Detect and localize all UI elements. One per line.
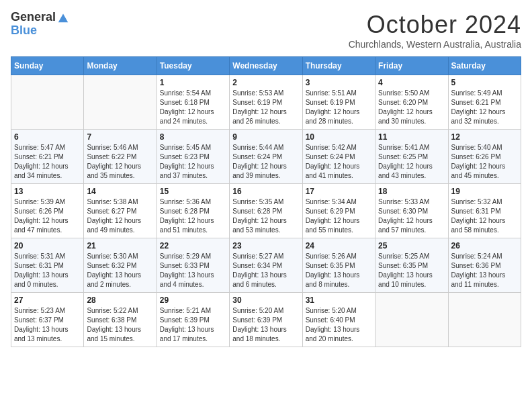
week-row-1: 1Sunrise: 5:54 AM Sunset: 6:18 PM Daylig… bbox=[11, 75, 521, 130]
day-number: 8 bbox=[160, 132, 226, 142]
logo-triangle-icon bbox=[57, 11, 69, 24]
day-detail: Sunrise: 5:53 AM Sunset: 6:19 PM Dayligh… bbox=[232, 89, 299, 126]
day-number: 24 bbox=[306, 241, 372, 250]
day-cell: 18Sunrise: 5:33 AM Sunset: 6:30 PM Dayli… bbox=[375, 184, 448, 238]
day-detail: Sunrise: 5:23 AM Sunset: 6:37 PM Dayligh… bbox=[14, 306, 81, 344]
day-detail: Sunrise: 5:42 AM Sunset: 6:24 PM Dayligh… bbox=[306, 143, 372, 181]
day-cell: 27Sunrise: 5:23 AM Sunset: 6:37 PM Dayli… bbox=[11, 293, 84, 347]
day-detail: Sunrise: 5:46 AM Sunset: 6:22 PM Dayligh… bbox=[87, 143, 153, 181]
day-detail: Sunrise: 5:29 AM Sunset: 6:33 PM Dayligh… bbox=[160, 252, 226, 289]
day-number: 9 bbox=[232, 132, 299, 142]
month-title: October 2024 bbox=[349, 11, 521, 39]
header-day-sunday: Sunday bbox=[11, 57, 84, 75]
day-number: 21 bbox=[87, 241, 153, 250]
day-detail: Sunrise: 5:54 AM Sunset: 6:18 PM Dayligh… bbox=[160, 89, 226, 126]
day-detail: Sunrise: 5:50 AM Sunset: 6:20 PM Dayligh… bbox=[378, 89, 445, 126]
header-row: SundayMondayTuesdayWednesdayThursdayFrid… bbox=[11, 57, 521, 75]
day-number: 20 bbox=[14, 241, 81, 250]
day-cell: 21Sunrise: 5:30 AM Sunset: 6:32 PM Dayli… bbox=[84, 238, 157, 293]
day-detail: Sunrise: 5:24 AM Sunset: 6:36 PM Dayligh… bbox=[451, 252, 518, 289]
day-number: 3 bbox=[306, 78, 372, 87]
day-number: 7 bbox=[87, 132, 153, 142]
day-cell: 9Sunrise: 5:44 AM Sunset: 6:24 PM Daylig… bbox=[230, 130, 302, 184]
day-number: 14 bbox=[87, 187, 153, 196]
day-cell: 6Sunrise: 5:47 AM Sunset: 6:21 PM Daylig… bbox=[11, 130, 84, 184]
day-detail: Sunrise: 5:38 AM Sunset: 6:27 PM Dayligh… bbox=[87, 197, 153, 235]
day-detail: Sunrise: 5:27 AM Sunset: 6:34 PM Dayligh… bbox=[232, 252, 299, 289]
day-cell: 12Sunrise: 5:40 AM Sunset: 6:26 PM Dayli… bbox=[448, 130, 521, 184]
day-detail: Sunrise: 5:49 AM Sunset: 6:21 PM Dayligh… bbox=[451, 89, 518, 126]
day-detail: Sunrise: 5:21 AM Sunset: 6:39 PM Dayligh… bbox=[160, 306, 226, 344]
day-cell: 8Sunrise: 5:45 AM Sunset: 6:23 PM Daylig… bbox=[157, 130, 229, 184]
day-cell bbox=[84, 75, 157, 130]
day-detail: Sunrise: 5:26 AM Sunset: 6:35 PM Dayligh… bbox=[306, 252, 372, 289]
week-row-4: 20Sunrise: 5:31 AM Sunset: 6:31 PM Dayli… bbox=[11, 238, 521, 293]
day-cell: 22Sunrise: 5:29 AM Sunset: 6:33 PM Dayli… bbox=[157, 238, 229, 293]
header-day-tuesday: Tuesday bbox=[157, 57, 229, 75]
day-number: 18 bbox=[378, 187, 445, 196]
day-number: 1 bbox=[160, 78, 226, 87]
day-detail: Sunrise: 5:34 AM Sunset: 6:29 PM Dayligh… bbox=[306, 197, 372, 235]
day-detail: Sunrise: 5:20 AM Sunset: 6:39 PM Dayligh… bbox=[232, 306, 299, 344]
day-number: 25 bbox=[378, 241, 445, 250]
header: General Blue October 2024 Churchlands, W… bbox=[11, 11, 521, 50]
day-number: 4 bbox=[378, 78, 445, 87]
day-number: 16 bbox=[232, 187, 299, 196]
day-cell: 23Sunrise: 5:27 AM Sunset: 6:34 PM Dayli… bbox=[230, 238, 302, 293]
day-number: 28 bbox=[87, 295, 153, 305]
day-number: 2 bbox=[232, 78, 299, 87]
day-cell: 31Sunrise: 5:20 AM Sunset: 6:40 PM Dayli… bbox=[302, 293, 375, 347]
day-number: 23 bbox=[232, 241, 299, 250]
day-detail: Sunrise: 5:35 AM Sunset: 6:28 PM Dayligh… bbox=[232, 197, 299, 235]
calendar-header: SundayMondayTuesdayWednesdayThursdayFrid… bbox=[11, 57, 521, 75]
day-number: 17 bbox=[306, 187, 372, 196]
day-cell: 28Sunrise: 5:22 AM Sunset: 6:38 PM Dayli… bbox=[84, 293, 157, 347]
day-cell bbox=[11, 75, 84, 130]
day-number: 30 bbox=[232, 295, 299, 305]
day-detail: Sunrise: 5:47 AM Sunset: 6:21 PM Dayligh… bbox=[14, 143, 81, 181]
day-number: 13 bbox=[14, 187, 81, 196]
day-detail: Sunrise: 5:30 AM Sunset: 6:32 PM Dayligh… bbox=[87, 252, 153, 289]
logo-general-text: General bbox=[11, 11, 56, 24]
svg-marker-0 bbox=[58, 13, 68, 22]
day-cell: 13Sunrise: 5:39 AM Sunset: 6:26 PM Dayli… bbox=[11, 184, 84, 238]
title-area: October 2024 Churchlands, Western Austra… bbox=[349, 11, 521, 50]
day-number: 15 bbox=[160, 187, 226, 196]
day-cell: 3Sunrise: 5:51 AM Sunset: 6:19 PM Daylig… bbox=[302, 75, 375, 130]
week-row-5: 27Sunrise: 5:23 AM Sunset: 6:37 PM Dayli… bbox=[11, 293, 521, 347]
day-cell: 14Sunrise: 5:38 AM Sunset: 6:27 PM Dayli… bbox=[84, 184, 157, 238]
header-day-monday: Monday bbox=[84, 57, 157, 75]
calendar-body: 1Sunrise: 5:54 AM Sunset: 6:18 PM Daylig… bbox=[11, 75, 521, 347]
day-detail: Sunrise: 5:33 AM Sunset: 6:30 PM Dayligh… bbox=[378, 197, 445, 235]
day-cell: 24Sunrise: 5:26 AM Sunset: 6:35 PM Dayli… bbox=[302, 238, 375, 293]
day-number: 31 bbox=[306, 295, 372, 305]
header-day-friday: Friday bbox=[375, 57, 448, 75]
day-cell: 26Sunrise: 5:24 AM Sunset: 6:36 PM Dayli… bbox=[448, 238, 521, 293]
day-cell bbox=[375, 293, 448, 347]
day-cell: 16Sunrise: 5:35 AM Sunset: 6:28 PM Dayli… bbox=[230, 184, 302, 238]
day-cell: 20Sunrise: 5:31 AM Sunset: 6:31 PM Dayli… bbox=[11, 238, 84, 293]
calendar-table: SundayMondayTuesdayWednesdayThursdayFrid… bbox=[11, 56, 521, 347]
day-cell: 1Sunrise: 5:54 AM Sunset: 6:18 PM Daylig… bbox=[157, 75, 229, 130]
day-cell: 17Sunrise: 5:34 AM Sunset: 6:29 PM Dayli… bbox=[302, 184, 375, 238]
day-cell: 30Sunrise: 5:20 AM Sunset: 6:39 PM Dayli… bbox=[230, 293, 302, 347]
day-detail: Sunrise: 5:40 AM Sunset: 6:26 PM Dayligh… bbox=[451, 143, 518, 181]
day-cell: 15Sunrise: 5:36 AM Sunset: 6:28 PM Dayli… bbox=[157, 184, 229, 238]
day-cell: 5Sunrise: 5:49 AM Sunset: 6:21 PM Daylig… bbox=[448, 75, 521, 130]
day-cell: 2Sunrise: 5:53 AM Sunset: 6:19 PM Daylig… bbox=[230, 75, 302, 130]
day-detail: Sunrise: 5:25 AM Sunset: 6:35 PM Dayligh… bbox=[378, 252, 445, 289]
day-number: 11 bbox=[378, 132, 445, 142]
day-cell: 25Sunrise: 5:25 AM Sunset: 6:35 PM Dayli… bbox=[375, 238, 448, 293]
location-subtitle: Churchlands, Western Australia, Australi… bbox=[349, 39, 521, 50]
day-cell: 19Sunrise: 5:32 AM Sunset: 6:31 PM Dayli… bbox=[448, 184, 521, 238]
logo-blue-text: Blue bbox=[11, 24, 69, 38]
header-day-saturday: Saturday bbox=[448, 57, 521, 75]
day-number: 27 bbox=[14, 295, 81, 305]
week-row-2: 6Sunrise: 5:47 AM Sunset: 6:21 PM Daylig… bbox=[11, 130, 521, 184]
day-detail: Sunrise: 5:31 AM Sunset: 6:31 PM Dayligh… bbox=[14, 252, 81, 289]
day-cell bbox=[448, 293, 521, 347]
day-cell: 11Sunrise: 5:41 AM Sunset: 6:25 PM Dayli… bbox=[375, 130, 448, 184]
day-cell: 10Sunrise: 5:42 AM Sunset: 6:24 PM Dayli… bbox=[302, 130, 375, 184]
day-number: 10 bbox=[306, 132, 372, 142]
day-detail: Sunrise: 5:32 AM Sunset: 6:31 PM Dayligh… bbox=[451, 197, 518, 235]
